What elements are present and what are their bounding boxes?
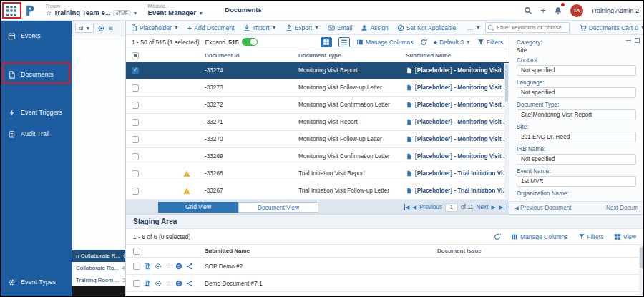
plus-icon[interactable]: + xyxy=(540,6,546,15)
table-row[interactable]: -33270 Monitoring Visit Follow-up Letter… xyxy=(126,131,509,148)
export-button[interactable]: Export▼ xyxy=(281,24,324,31)
column-header-document-type[interactable]: Document Type xyxy=(298,52,406,59)
sidebar-item-event-triggers[interactable]: Event Triggers xyxy=(1,104,72,121)
page-number-input[interactable] xyxy=(445,203,458,212)
filters-button[interactable]: Filters xyxy=(477,39,503,46)
staging-row[interactable]: ☆ Demo Document #7.1 xyxy=(126,275,643,292)
view-button[interactable]: View xyxy=(614,233,636,240)
sidebar-item-events[interactable]: Events xyxy=(1,27,72,44)
grid-view-toggle-button[interactable] xyxy=(321,37,332,47)
row-checkbox[interactable] xyxy=(132,119,139,126)
scrollbar-thumb[interactable] xyxy=(640,247,643,268)
column-header-document-id[interactable]: Document Id xyxy=(202,52,298,59)
submitted-name-link[interactable]: [Placeholder] - Monitoring Visit ... xyxy=(415,102,508,108)
row-checkbox[interactable] xyxy=(132,67,139,74)
select-all-checkbox[interactable] xyxy=(133,248,140,255)
next-page-label[interactable]: Next xyxy=(477,204,489,210)
refresh-icon[interactable] xyxy=(420,39,427,46)
search-icon[interactable] xyxy=(524,6,532,15)
previous-page-icon[interactable]: ◀ xyxy=(412,204,416,210)
table-row[interactable]: -33267 Trial Initiation Visit Follow-up … xyxy=(126,182,509,200)
more-actions-button[interactable]: …▼ xyxy=(463,24,484,31)
module-selector[interactable]: Module Event Manager ▼ xyxy=(148,4,204,17)
sidebar-item-audit-trail[interactable]: Audit Trail xyxy=(1,125,72,142)
gear-icon[interactable] xyxy=(97,24,105,32)
table-row[interactable]: -33269 Monitoring Visit Confirmation Let… xyxy=(126,148,509,165)
share-icon[interactable] xyxy=(186,263,193,270)
manage-columns-button[interactable]: Manage Columns xyxy=(511,233,568,240)
search-input[interactable] xyxy=(485,22,570,33)
sidebar-item-documents[interactable]: Documents xyxy=(1,66,72,83)
row-checkbox[interactable] xyxy=(132,170,139,177)
previous-page-label[interactable]: Previous xyxy=(419,204,442,210)
tree-item[interactable]: Collaborate Ro... 4 xyxy=(72,262,125,274)
row-checkbox[interactable] xyxy=(132,136,139,143)
row-checkbox[interactable] xyxy=(133,263,140,270)
notifications-bell-icon[interactable] xyxy=(554,4,562,17)
submitted-name-link[interactable]: [Placeholder] - Monitoring Visit ... xyxy=(415,119,508,125)
favorite-star-icon[interactable]: ☆ xyxy=(165,263,172,270)
staging-row[interactable]: ☆ SOP Demo #2 xyxy=(126,258,643,275)
table-row[interactable]: -33272 Monitoring Visit Confirmation Let… xyxy=(126,97,509,114)
submitted-name-link[interactable]: [Placeholder] - Trial Initiation Vis... xyxy=(415,170,509,177)
tab-document-view[interactable]: Document View xyxy=(238,202,318,213)
column-header-submitted-name[interactable]: Submitted Name xyxy=(205,248,437,254)
sidebar-item-event-types[interactable]: Event Types xyxy=(1,273,72,291)
previous-document-button[interactable]: ◀ Previous Document xyxy=(514,205,572,211)
document-icon[interactable] xyxy=(144,280,151,287)
user-name[interactable]: Training Admin 2 xyxy=(591,7,639,14)
tree-item[interactable]: n Collaborate R... 6 xyxy=(72,250,125,262)
submitted-name-link[interactable]: [Placeholder] - Monitoring Visit ... xyxy=(415,136,508,142)
sync-icon[interactable] xyxy=(175,263,182,270)
column-header-document-issue[interactable]: Document Issue xyxy=(437,248,643,254)
submitted-name-link[interactable]: [Placeholder] - Monitoring Visit ... xyxy=(415,84,508,91)
room-selector[interactable]: Room ☆ Training Team e... eTMF ▼ xyxy=(46,4,138,17)
set-not-applicable-button[interactable]: Set Not Applicable xyxy=(393,24,460,31)
first-page-icon[interactable]: ◀ xyxy=(404,204,410,210)
table-row[interactable]: -33274 Monitoring Visit Report [Placehol… xyxy=(126,62,509,79)
column-header-submitted-name[interactable]: Submitted Name xyxy=(406,52,509,59)
documents-cart-button[interactable]: Documents Cart 0 ▼ xyxy=(575,24,643,31)
user-avatar[interactable]: TA xyxy=(570,4,583,17)
import-button[interactable]: Import▼ xyxy=(239,24,281,31)
share-icon[interactable] xyxy=(186,280,193,287)
list-view-toggle-button[interactable] xyxy=(338,37,350,47)
submitted-name-link[interactable]: [Placeholder] - Trial Initiation Vi... xyxy=(415,188,507,194)
submitted-name-link[interactable]: [Placeholder] - Monitoring Visit ... xyxy=(415,67,508,74)
expand-panel-icon[interactable] xyxy=(635,38,640,43)
next-page-icon[interactable]: ▶ xyxy=(491,204,495,210)
filters-button[interactable]: Filters xyxy=(578,233,604,240)
row-checkbox[interactable] xyxy=(132,84,139,92)
select-all-checkbox[interactable] xyxy=(132,52,139,59)
rooms-dropdown[interactable]: ol▼ xyxy=(75,24,94,33)
eye-icon[interactable] xyxy=(155,280,162,287)
scrollbar-thumb[interactable] xyxy=(505,64,508,102)
add-document-button[interactable]: + Add Document xyxy=(183,24,239,31)
next-document-button[interactable]: Next Docum xyxy=(606,205,638,211)
app-grid-icon[interactable] xyxy=(6,5,17,16)
topnav-documents[interactable]: Documents xyxy=(225,6,262,14)
row-checkbox[interactable] xyxy=(132,102,139,109)
eye-icon[interactable] xyxy=(155,263,162,270)
row-checkbox[interactable] xyxy=(132,153,139,160)
sync-icon[interactable] xyxy=(175,280,182,287)
tree-item[interactable]: Training Room ... 2 xyxy=(72,274,125,286)
view-preset-dropdown[interactable]: ◆ Default 3 ▼ xyxy=(434,39,471,46)
tab-grid-view[interactable]: Grid View xyxy=(158,202,238,213)
document-icon[interactable] xyxy=(144,263,151,270)
email-button[interactable]: Email xyxy=(323,24,356,31)
collapse-panel-icon[interactable] xyxy=(626,40,631,41)
placeholder-button[interactable]: Placeholder▼ xyxy=(126,24,183,31)
row-checkbox[interactable] xyxy=(132,188,139,195)
table-row[interactable]: -33268 Trial Initiation Visit Report [Pl… xyxy=(126,165,509,182)
expand-toggle[interactable] xyxy=(242,38,258,46)
collapse-panel-icon[interactable]: « xyxy=(109,24,113,32)
refresh-icon[interactable] xyxy=(494,233,501,240)
favorite-star-icon[interactable]: ☆ xyxy=(165,280,172,287)
table-row[interactable]: -33271 Monitoring Visit Report [Placehol… xyxy=(126,114,509,131)
row-checkbox[interactable] xyxy=(133,280,140,287)
table-row[interactable]: -33273 Monitoring Visit Follow-up Letter… xyxy=(126,79,509,97)
manage-columns-button[interactable]: Manage Columns xyxy=(356,39,414,46)
assign-button[interactable]: Assign xyxy=(356,24,393,31)
favorite-star-icon[interactable]: ☆ xyxy=(46,10,52,17)
